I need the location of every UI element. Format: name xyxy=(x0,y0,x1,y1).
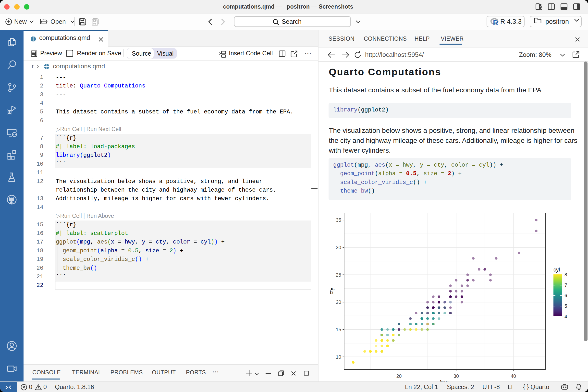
svg-text:15: 15 xyxy=(336,327,341,332)
svg-text:R: R xyxy=(493,18,498,26)
svg-text:30: 30 xyxy=(336,245,341,250)
svg-text:7: 7 xyxy=(564,282,567,288)
svg-text:30: 30 xyxy=(454,374,459,379)
svg-text:hwy: hwy xyxy=(440,379,449,382)
svg-text:cyl: cyl xyxy=(554,267,560,273)
svg-text:35: 35 xyxy=(336,217,341,223)
svg-text:25: 25 xyxy=(336,272,341,278)
svg-text:6: 6 xyxy=(564,293,567,298)
svg-text:4: 4 xyxy=(564,314,567,319)
svg-text:10: 10 xyxy=(336,354,341,360)
svg-text:cty: cty xyxy=(328,288,334,294)
svg-text:20: 20 xyxy=(396,374,402,379)
svg-text:20: 20 xyxy=(336,300,341,305)
svg-text:5: 5 xyxy=(564,303,567,309)
svg-text:8: 8 xyxy=(564,272,567,277)
svg-text:40: 40 xyxy=(510,374,516,379)
